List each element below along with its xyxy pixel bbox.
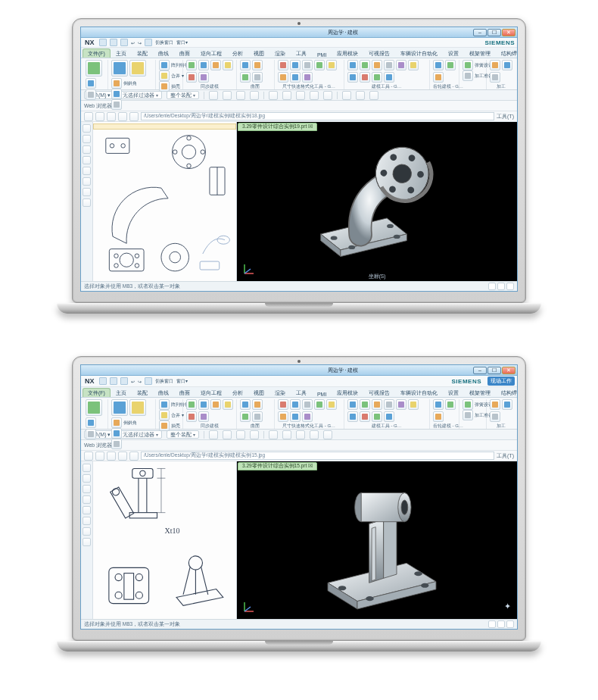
ribbon-icon[interactable] <box>372 72 382 83</box>
ribbon-icon[interactable] <box>278 72 288 83</box>
filter-dropdown[interactable]: 无选择过滤器▾ <box>119 430 162 439</box>
reload-icon[interactable] <box>118 452 127 461</box>
ribbon-icon[interactable] <box>314 60 325 70</box>
ribbon-icon[interactable] <box>326 60 337 70</box>
toolbar-icon[interactable] <box>356 91 365 100</box>
tab-app[interactable]: 应用模块 <box>332 48 363 58</box>
ribbon-icon[interactable] <box>372 411 382 422</box>
ribbon-icon[interactable] <box>278 399 288 410</box>
viewport[interactable]: 3.29零件设计综合实例19.prt ☒ <box>237 122 517 281</box>
ribbon-icon[interactable] <box>372 60 382 70</box>
nav-icon[interactable] <box>83 188 91 196</box>
nav-icon[interactable] <box>83 464 91 472</box>
ribbon-icon[interactable] <box>490 411 500 422</box>
ribbon-icon[interactable] <box>198 411 209 422</box>
tab-pmi[interactable]: PMI <box>312 51 332 58</box>
forward-icon[interactable] <box>95 452 104 461</box>
prep-icon[interactable] <box>463 70 473 81</box>
ribbon-icon[interactable] <box>326 399 337 410</box>
viewport[interactable]: 3.29零件设计综合实例15.prt ☒ <box>237 461 517 619</box>
toolbar-icon[interactable] <box>223 91 232 100</box>
status-icon[interactable] <box>506 283 514 290</box>
sketch-icon[interactable] <box>86 60 102 77</box>
ribbon-icon[interactable] <box>290 411 301 422</box>
ribbon-icon[interactable] <box>502 60 512 70</box>
ribbon-icon[interactable] <box>396 399 406 410</box>
design-intent-tab[interactable]: 设计意图 <box>93 123 236 130</box>
tools-menu[interactable]: 工具(T) <box>497 113 514 120</box>
ribbon-icon[interactable] <box>290 60 301 70</box>
trim-icon[interactable] <box>111 89 122 99</box>
nav-icon[interactable] <box>83 156 91 164</box>
ribbon-icon[interactable] <box>252 72 263 83</box>
unite-icon[interactable] <box>159 70 170 81</box>
qa-icon[interactable] <box>120 39 128 46</box>
toolbar-icon[interactable] <box>223 430 232 439</box>
chamfer-icon[interactable] <box>111 78 122 89</box>
tab-assembly[interactable]: 装配 <box>132 388 153 397</box>
chamfer-icon[interactable] <box>111 417 122 428</box>
ribbon-icon[interactable] <box>433 399 444 410</box>
stop-icon[interactable] <box>107 452 116 461</box>
minimize-button[interactable]: – <box>473 367 487 374</box>
tab-analysis[interactable]: 分析 <box>227 388 248 397</box>
qa-switch-window[interactable]: 切换窗口 <box>155 39 173 46</box>
tab-view[interactable]: 视图 <box>248 388 269 397</box>
ribbon-icon[interactable] <box>347 72 358 83</box>
ribbon-icon[interactable] <box>347 399 358 410</box>
reload-icon[interactable] <box>118 112 127 121</box>
ribbon-icon[interactable] <box>252 399 263 410</box>
tab-mold[interactable]: 模架管理 <box>464 388 496 397</box>
status-icon[interactable] <box>506 620 514 628</box>
toolbar-icon[interactable] <box>369 91 378 100</box>
tab-mold[interactable]: 模架管理 <box>464 48 496 58</box>
qa-icon[interactable] <box>99 39 107 46</box>
ribbon-icon[interactable] <box>278 411 288 422</box>
qa-icon[interactable] <box>110 377 117 385</box>
nav-icon[interactable] <box>83 527 91 536</box>
extrude-icon[interactable] <box>111 399 128 416</box>
tab-weld[interactable]: 结构焊接 <box>496 48 518 58</box>
hole-icon[interactable] <box>129 399 146 416</box>
ribbon-icon[interactable] <box>445 60 456 70</box>
toolbar-icon[interactable] <box>209 91 218 100</box>
nav-icon[interactable] <box>83 474 91 483</box>
qa-icon[interactable] <box>145 377 152 385</box>
toolbar-icon[interactable] <box>236 91 245 100</box>
close-button[interactable]: ✕ <box>502 29 515 36</box>
address-field[interactable]: /Users/lenle/Desktop/周边学/建模实例/建模实例18.jpg <box>141 112 494 120</box>
ribbon-icon[interactable] <box>198 399 209 410</box>
ribbon-icon[interactable] <box>384 60 394 70</box>
shell-icon[interactable] <box>159 420 170 431</box>
toolbar-icon[interactable] <box>250 430 259 439</box>
ribbon-icon[interactable] <box>347 60 358 70</box>
ribbon-icon[interactable] <box>240 411 251 422</box>
spring-icon[interactable] <box>463 60 473 70</box>
ribbon-icon[interactable] <box>408 60 419 70</box>
tab-tools[interactable]: 工具 <box>291 388 312 397</box>
tab-settings[interactable]: 设置 <box>443 48 464 58</box>
back-icon[interactable] <box>84 112 93 121</box>
ribbon-icon[interactable] <box>186 60 197 70</box>
tab-analysis[interactable]: 分析 <box>227 48 248 58</box>
ribbon-icon[interactable] <box>86 429 96 439</box>
nav-icon[interactable] <box>83 517 91 525</box>
ribbon-icon[interactable] <box>240 72 251 83</box>
ribbon-icon[interactable] <box>252 60 263 70</box>
ribbon-icon[interactable] <box>210 399 221 410</box>
ribbon-icon[interactable] <box>490 60 500 70</box>
ribbon-icon[interactable] <box>210 60 221 70</box>
ribbon-icon[interactable] <box>302 60 313 70</box>
tab-surface[interactable]: 曲面 <box>174 48 195 58</box>
toolbar-icon[interactable] <box>236 430 245 439</box>
ribbon-icon[interactable] <box>372 399 382 410</box>
forward-icon[interactable] <box>95 112 104 121</box>
ribbon-icon[interactable] <box>223 399 233 410</box>
ribbon-icon[interactable] <box>240 60 251 70</box>
back-icon[interactable] <box>84 452 93 461</box>
sketch-icon[interactable] <box>86 399 102 416</box>
ribbon-icon[interactable] <box>490 399 500 410</box>
tab-weld[interactable]: 结构焊接 <box>496 388 518 397</box>
ribbon-icon[interactable] <box>290 72 301 83</box>
nav-icon[interactable] <box>83 198 91 207</box>
